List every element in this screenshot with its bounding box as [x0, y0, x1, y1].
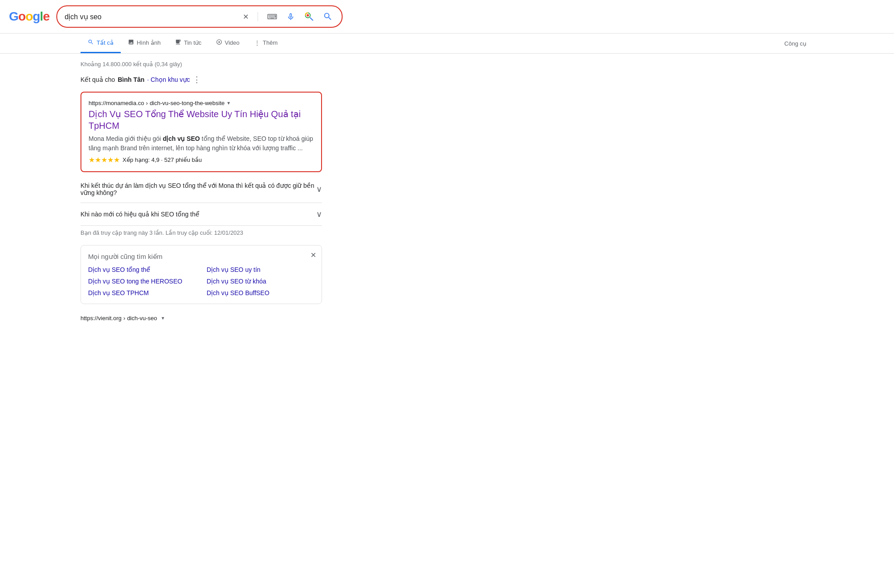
more-icon: ⋮ [254, 39, 260, 47]
video-icon [216, 39, 222, 47]
url-separator: › [146, 100, 148, 106]
tab-more[interactable]: ⋮ Thêm [247, 34, 285, 53]
search-icon [88, 39, 94, 47]
related-link-4[interactable]: Dịch vụ SEO từ khóa [207, 278, 314, 285]
faq-question-2: Khi nào mới có hiệu quả khi SEO tổng thể [81, 211, 316, 218]
tab-video[interactable]: Video [209, 34, 247, 53]
header: Google ✕ ⌨ [0, 0, 894, 34]
tab-all[interactable]: Tất cả [81, 34, 121, 53]
related-searches: ✕ Mọi người cũng tìm kiếm Dịch vụ SEO tổ… [81, 245, 322, 304]
location-name: Bình Tân [118, 76, 144, 83]
divider [258, 12, 258, 21]
lens-button[interactable] [302, 10, 316, 23]
snippet-bold: dịch vụ SEO [163, 135, 200, 142]
logo-g2: g [33, 9, 40, 23]
tab-news[interactable]: Tin tức [168, 34, 208, 53]
main-content: Khoảng 14.800.000 kết quả (0,34 giây) Kế… [0, 54, 403, 330]
result-domain: https://monamedia.co [89, 100, 144, 106]
result-snippet: Mona Media giới thiệu gói dịch vụ SEO tổ… [89, 134, 314, 153]
dropdown-icon[interactable]: ▼ [226, 101, 231, 106]
second-url-separator: › [123, 315, 125, 321]
related-link-6[interactable]: Dịch vụ SEO BuffSEO [207, 289, 314, 296]
result-path: dich-vu-seo-tong-the-website [150, 100, 225, 106]
faq-item-1[interactable]: Khi kết thúc dự án làm dịch vụ SEO tổng … [81, 176, 322, 203]
logo-e: e [43, 9, 50, 23]
logo-g: G [9, 9, 18, 23]
faq-chevron-2: ∨ [316, 209, 322, 219]
clear-button[interactable]: ✕ [241, 11, 250, 23]
rating-text: Xếp hạng: 4,9 · 527 phiếu bầu [123, 157, 202, 163]
star-rating: ★★★★★ [89, 156, 120, 164]
related-close-button[interactable]: ✕ [310, 251, 316, 259]
second-result-path: dich-vu-seo [127, 315, 157, 321]
result-url: https://monamedia.co › dich-vu-seo-tong-… [89, 100, 314, 106]
tab-images[interactable]: Hình ảnh [121, 34, 168, 53]
logo-o2: o [25, 9, 33, 23]
search-input[interactable] [64, 13, 237, 21]
results-count: Khoảng 14.800.000 kết quả (0,34 giây) [81, 61, 322, 68]
faq-item-2[interactable]: Khi nào mới có hiệu quả khi SEO tổng thể… [81, 203, 322, 226]
second-result-url: https://vienit.org › dich-vu-seo ▼ [81, 315, 322, 321]
tab-images-label: Hình ảnh [137, 39, 161, 46]
tools-button[interactable]: Công cụ [777, 35, 813, 52]
logo-l: l [40, 9, 43, 23]
related-link-5[interactable]: Dịch vụ SEO TPHCM [88, 289, 196, 296]
second-result-domain: https://vienit.org [81, 315, 122, 321]
related-link-2[interactable]: Dịch vụ SEO uy tín [207, 266, 314, 273]
search-icons: ✕ ⌨ [241, 10, 335, 23]
search-bar[interactable]: ✕ ⌨ [56, 5, 343, 28]
location-prefix: Kết quả cho [81, 76, 115, 83]
svg-point-1 [307, 14, 309, 17]
second-result: https://vienit.org › dich-vu-seo ▼ [81, 315, 322, 321]
main-result-card: https://monamedia.co › dich-vu-seo-tong-… [81, 92, 322, 172]
faq-chevron-1: ∨ [316, 184, 322, 194]
related-searches-title: Mọi người cũng tìm kiếm [88, 253, 314, 261]
google-logo: Google [9, 9, 49, 24]
result-title[interactable]: Dịch Vụ SEO Tổng Thể Website Uy Tín Hiệu… [89, 108, 314, 131]
related-searches-grid: Dịch vụ SEO tổng thể Dịch vụ SEO uy tín … [88, 266, 314, 296]
logo-o1: o [18, 9, 25, 23]
tab-all-label: Tất cả [97, 39, 114, 46]
images-icon [128, 39, 134, 47]
voice-search-button[interactable] [284, 10, 297, 23]
result-rating: ★★★★★ Xếp hạng: 4,9 · 527 phiếu bầu [89, 156, 314, 164]
second-dropdown-icon[interactable]: ▼ [161, 316, 165, 321]
keyboard-button[interactable]: ⌨ [265, 11, 279, 23]
news-icon [175, 39, 181, 47]
snippet-text-1: Mona Media giới thiệu gói [89, 135, 163, 142]
choose-area-link[interactable]: · Chọn khu vực [147, 76, 190, 83]
tab-news-label: Tin tức [184, 39, 201, 46]
related-link-1[interactable]: Dịch vụ SEO tổng thể [88, 266, 196, 273]
related-link-3[interactable]: Dịch vụ SEO tong the HEROSEO [88, 278, 196, 285]
location-info: Kết quả cho Bình Tân · Chọn khu vực ⋮ [81, 75, 322, 85]
search-button[interactable] [321, 10, 335, 23]
faq-question-1: Khi kết thúc dự án làm dịch vụ SEO tổng … [81, 182, 316, 196]
tab-video-label: Video [225, 39, 240, 46]
nav-tabs: Tất cả Hình ảnh Tin tức Video ⋮ Thêm Côn… [0, 34, 894, 54]
location-more-icon[interactable]: ⋮ [193, 75, 201, 85]
visit-info: Bạn đã truy cập trang này 3 lần. Lần tru… [81, 226, 322, 240]
tab-more-label: Thêm [263, 39, 278, 46]
